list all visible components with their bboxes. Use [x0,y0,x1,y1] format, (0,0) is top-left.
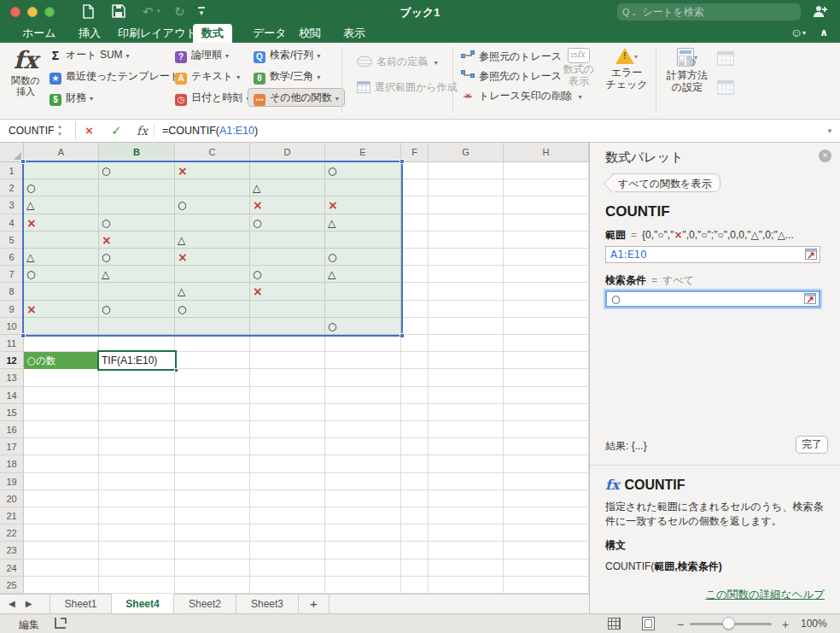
row-header-19[interactable]: 19 [0,473,24,490]
column-header-E[interactable]: E [325,143,401,162]
range-picker-icon[interactable] [804,293,816,304]
column-header-B[interactable]: B [99,143,175,162]
calculate-sheet-icon[interactable] [717,51,734,69]
row-header-17[interactable]: 17 [0,438,24,455]
fill-handle[interactable] [174,368,178,372]
tab-review[interactable]: 校閲 [290,24,330,43]
tab-view[interactable]: 表示 [335,24,374,43]
library-button-2[interactable]: $財務 [50,89,93,106]
cell-C9[interactable]: ○ [178,301,248,318]
cell-C5[interactable]: △ [178,232,248,249]
library-button-7[interactable]: θ数学/三角 [254,67,320,85]
sheet-tab-sheet1[interactable]: Sheet1 [50,595,112,614]
cell-E3[interactable]: × [328,196,399,214]
cell-D2[interactable]: △ [253,179,323,196]
row-header-6[interactable]: 6 [0,249,24,266]
sheet-tab-sheet2[interactable]: Sheet2 [174,595,236,614]
library-button-5[interactable]: ◷日付と時刻 [175,89,249,106]
library-button-6[interactable]: Q検索/行列 [254,46,320,63]
zoom-out-icon[interactable]: − [677,618,684,631]
trace-precedents-button[interactable]: 参照元のトレース [461,48,562,65]
row-header-12[interactable]: 12 [0,352,24,369]
column-header-G[interactable]: G [429,143,504,162]
row-header-21[interactable]: 21 [0,507,24,525]
zoom-slider-knob[interactable] [722,617,735,630]
cell-A2[interactable]: ○ [26,179,96,196]
cell-C6[interactable]: × [178,249,248,266]
confirm-entry-icon[interactable]: ✓ [111,120,122,142]
cell-D7[interactable]: ○ [253,266,323,283]
library-button-3[interactable]: ?論理順 [175,46,229,63]
collapse-ribbon-icon[interactable]: ∧ [820,26,828,38]
cell-B6[interactable]: ○ [102,249,172,266]
cell-C8[interactable]: △ [178,283,248,300]
row-header-24[interactable]: 24 [0,560,24,577]
cell-C1[interactable]: × [178,162,248,179]
cell-B9[interactable]: ○ [102,301,172,318]
library-button-0[interactable]: Σオート SUM [50,46,130,63]
sheet-nav-arrows[interactable]: ◀▶ [9,599,42,608]
cancel-entry-icon[interactable]: × [85,120,93,142]
row-header-4[interactable]: 4 [0,214,24,232]
cell-D3[interactable]: × [253,196,323,214]
cell-a12-label[interactable]: ○の数 [24,352,99,369]
row-header-2[interactable]: 2 [0,179,24,196]
row-header-8[interactable]: 8 [0,283,24,300]
tab-insert[interactable]: 挿入 [70,24,109,43]
column-header-F[interactable]: F [401,143,429,162]
cell-A3[interactable]: △ [26,196,96,214]
row-header-22[interactable]: 22 [0,525,24,542]
feedback-smiley-icon[interactable]: ☺▾ [790,26,806,39]
share-icon[interactable] [813,4,828,21]
library-button-1[interactable]: ★最近使ったテンプレート [50,67,187,85]
row-header-1[interactable]: 1 [0,162,24,179]
cell-B5[interactable]: × [102,232,172,249]
name-box-stepper[interactable]: ▲▼ [55,123,65,138]
sheet-tab-sheet3[interactable]: Sheet3 [236,595,299,614]
row-header-5[interactable]: 5 [0,232,24,249]
create-from-selection-button[interactable]: 選択範囲から作成 [357,79,458,96]
cell-A9[interactable]: × [26,301,96,318]
done-button[interactable]: 完了 [796,436,828,454]
row-header-7[interactable]: 7 [0,266,24,283]
row-header-23[interactable]: 23 [0,542,24,559]
worksheet-grid[interactable]: ABCDEFGH12345678910111213141516171819202… [0,143,589,594]
define-name-button[interactable]: 名前の定義 [357,53,438,70]
row-header-14[interactable]: 14 [0,387,24,404]
cell-D4[interactable]: ○ [253,214,323,232]
tab-home[interactable]: ホーム [14,24,65,43]
cell-C3[interactable]: ○ [178,196,248,214]
cell-B4[interactable]: ○ [102,214,172,232]
range-input[interactable]: A1:E10 [605,246,820,263]
panel-close-icon[interactable]: ✕ [819,149,831,162]
row-header-25[interactable]: 25 [0,577,24,594]
cell-A6[interactable]: △ [26,249,96,266]
function-help-link[interactable]: この関数の詳細なヘルプ [705,588,825,602]
expand-formula-bar-icon[interactable]: ▼ [826,127,833,135]
cell-A7[interactable]: ○ [26,266,96,283]
cell-B7[interactable]: △ [102,266,172,283]
calculate-now-icon[interactable] [717,80,734,98]
show-all-functions-button[interactable]: すべての関数を表示 [612,173,720,192]
search-input[interactable]: Q⌄シートを検索 [617,3,801,21]
column-header-D[interactable]: D [250,143,325,162]
row-header-3[interactable]: 3 [0,196,24,214]
tab-page-layout[interactable]: 印刷レイアウト [109,24,206,43]
cell-E4[interactable]: △ [328,214,399,232]
trace-dependents-button[interactable]: 参照先のトレース [461,67,562,85]
row-header-10[interactable]: 10 [0,318,24,335]
column-header-C[interactable]: C [175,143,250,162]
show-formulas-button[interactable]: 15fx 数式の 表示 [557,48,600,87]
sheet-tab-sheet4[interactable]: Sheet4 [112,594,174,614]
row-header-16[interactable]: 16 [0,421,24,438]
error-check-button[interactable]: !▾ エラー チェック [603,48,650,91]
zoom-in-icon[interactable]: + [782,618,789,631]
formula-input[interactable]: =COUNTIF(A1:E10) [162,120,258,142]
cell-E1[interactable]: ○ [328,162,399,179]
library-button-4[interactable]: Aテキスト [175,67,240,85]
column-header-A[interactable]: A [24,143,99,162]
range-picker-icon[interactable] [805,249,817,260]
cell-B1[interactable]: ○ [102,162,172,179]
library-button-8[interactable]: ⋯その他の関数 [248,88,345,107]
tab-formulas[interactable]: 数式 [193,24,232,43]
